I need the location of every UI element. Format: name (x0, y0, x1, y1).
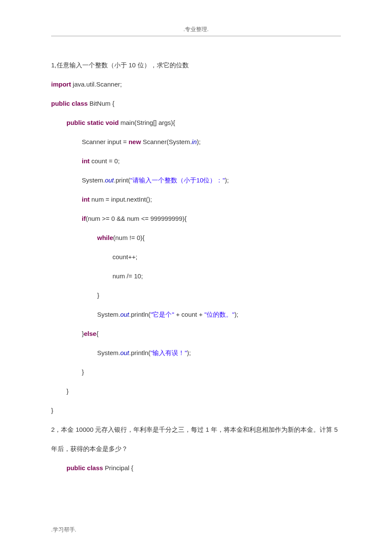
code-line-close-else: } (51, 362, 341, 382)
document-page: .专业整理. 1,任意输入一个整数（小于 10 位），求它的位数 import … (0, 0, 392, 555)
code-line-count-decl: int count = 0; (51, 151, 341, 171)
code-line-else: }else{ (51, 324, 341, 343)
code-line-main-sig: public static void main(String[] args){ (51, 113, 341, 132)
code-line-prompt: System.out.print("请输入一个整数（小于10位）："); (51, 171, 341, 190)
code-line-class-decl: public class BitNum { (51, 94, 341, 113)
code-line-if: if(num >= 0 && num <= 999999999){ (51, 209, 341, 228)
code-line-error-print: System.out.println("输入有误！"); (51, 343, 341, 362)
problem-1-description: 1,任意输入一个整数（小于 10 位），求它的位数 (51, 55, 341, 75)
code-line-close-main: } (51, 382, 341, 401)
code-line-scanner: Scanner input = new Scanner(System.in); (51, 132, 341, 151)
code-line-while: while(num != 0){ (51, 228, 341, 247)
code-line-result-print: System.out.println("它是个" + count + "位的数。… (51, 305, 341, 324)
code-line-close-class: } (51, 401, 341, 420)
code-line-close-while: } (51, 286, 341, 305)
code-line-import: import java.util.Scanner; (51, 75, 341, 94)
problem-2-description: 2，本金 10000 元存入银行，年利率是千分之三，每过 1 年，将本金和利息相… (51, 420, 341, 458)
page-footer: .学习帮手. (51, 526, 76, 534)
code-line-count-incr: count++; (51, 247, 341, 266)
code-line-num-div: num /= 10; (51, 266, 341, 286)
code-line-class2-decl: public class Principal { (51, 458, 341, 477)
page-header: .专业整理. (51, 26, 341, 36)
code-line-num-decl: int num = input.nextInt(); (51, 190, 341, 209)
